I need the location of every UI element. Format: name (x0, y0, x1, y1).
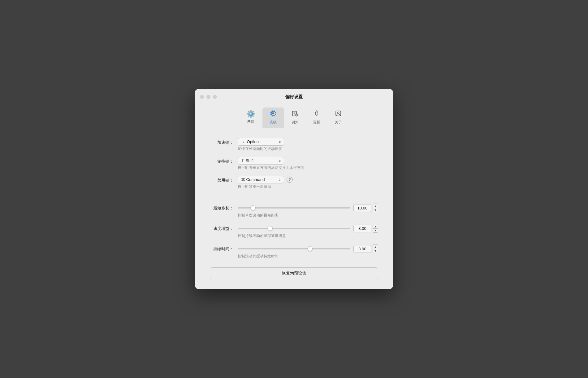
bell-icon (313, 110, 320, 119)
convert-hint: 按下时将垂直方向的滚动变换为水平方向 (238, 165, 378, 170)
min-step-input[interactable] (353, 204, 371, 212)
duration-slider[interactable] (238, 248, 350, 249)
duration-control: ▲ ▼ (238, 244, 378, 253)
accelerator-hint: 加快在长页面时的滚动速度 (238, 147, 378, 151)
speed-boost-row: 速度增益： ▲ ▼ 控制持续滚动的跟踪速度增益 (210, 224, 378, 243)
duration-row: 持续时间： ▲ ▼ 控制滚动的缓动持续时间 (210, 244, 378, 264)
min-step-content: ▲ ▼ 控制单次滚动的最短距离 (238, 204, 378, 223)
window-title: 偏好设置 (285, 94, 303, 100)
convert-select[interactable]: ⇧ Shift ⌥ Option ⌘ Command ⌃ Control 无 (238, 157, 284, 165)
tab-about[interactable]: 关于 (327, 108, 349, 128)
convert-label: 转换键： (210, 157, 238, 164)
duration-label: 持续时间： (210, 244, 238, 252)
accelerator-select-wrap: ⌥ Option ⌘ Command ⇧ Shift ⌃ Control 无 (238, 138, 378, 146)
speed-boost-up-button[interactable]: ▲ (373, 224, 378, 228)
preferences-window: 偏好设置 ⚙️ 基础 高级 (195, 89, 393, 289)
disable-select[interactable]: ⌘ Command ⌥ Option ⇧ Shift ⌃ Control 无 (238, 176, 284, 183)
convert-select-wrap: ⇧ Shift ⌥ Option ⌘ Command ⌃ Control 无 (238, 157, 378, 165)
speed-boost-hint: 控制持续滚动的跟踪速度增益 (238, 234, 378, 238)
tab-exception[interactable]: 例外 (284, 108, 306, 128)
speed-boost-slider[interactable] (238, 228, 350, 229)
svg-point-19 (337, 112, 339, 114)
gear-icon: ⚙️ (247, 110, 255, 118)
duration-stepper-buttons: ▲ ▼ (373, 244, 378, 253)
minimize-button[interactable] (206, 95, 210, 99)
duration-down-button[interactable]: ▼ (373, 249, 378, 253)
disable-hint: 按下时禁用平滑滚动 (238, 184, 378, 189)
disable-row: 禁用键： ⌘ Command ⌥ Option ⇧ Shift ⌃ Contro… (210, 176, 378, 193)
duration-content: ▲ ▼ 控制滚动的缓动持续时间 (238, 244, 378, 264)
duration-up-button[interactable]: ▲ (373, 244, 378, 249)
svg-rect-1 (272, 112, 274, 114)
accelerator-content: ⌥ Option ⌘ Command ⇧ Shift ⌃ Control 无 加… (238, 138, 378, 156)
tab-update[interactable]: 更新 (306, 108, 327, 128)
chip-icon (270, 110, 277, 119)
min-step-stepper: ▲ ▼ (353, 204, 378, 212)
disable-select-wrap: ⌘ Command ⌥ Option ⇧ Shift ⌃ Control 无 ? (238, 176, 378, 183)
speed-boost-down-button[interactable]: ▼ (373, 228, 378, 233)
speed-boost-content: ▲ ▼ 控制持续滚动的跟踪速度增益 (238, 224, 378, 243)
tab-advanced[interactable]: 高级 (262, 108, 284, 128)
min-step-row: 最短步长： ▲ ▼ 控制单次滚动的最短距离 (210, 204, 378, 223)
min-step-down-button[interactable]: ▼ (373, 208, 378, 212)
close-button[interactable] (200, 95, 204, 99)
titlebar: 偏好设置 (195, 89, 393, 105)
divider (210, 196, 378, 196)
min-step-up-button[interactable]: ▲ (373, 204, 378, 208)
accelerator-row: 加速键： ⌥ Option ⌘ Command ⇧ Shift ⌃ Contro… (210, 138, 378, 156)
duration-input[interactable] (353, 245, 371, 253)
toolbar: ⚙️ 基础 高级 (195, 105, 393, 128)
restore-button[interactable]: 恢复为预设值 (210, 267, 378, 279)
min-step-hint: 控制单次滚动的最短距离 (238, 213, 378, 218)
duration-hint: 控制滚动的缓动持续时间 (238, 254, 378, 259)
exception-icon (292, 110, 298, 119)
accelerator-label: 加速键： (210, 138, 238, 145)
speed-boost-control: ▲ ▼ (238, 224, 378, 233)
duration-stepper: ▲ ▼ (353, 244, 378, 253)
accelerator-select[interactable]: ⌥ Option ⌘ Command ⇧ Shift ⌃ Control 无 (238, 138, 284, 146)
maximize-button[interactable] (213, 95, 217, 99)
person-icon (335, 110, 342, 119)
speed-boost-label: 速度增益： (210, 224, 238, 231)
speed-boost-stepper: ▲ ▼ (353, 224, 378, 233)
min-step-control: ▲ ▼ (238, 204, 378, 212)
disable-label: 禁用键： (210, 176, 238, 183)
speed-boost-input[interactable] (353, 225, 371, 232)
convert-content: ⇧ Shift ⌥ Option ⌘ Command ⌃ Control 无 按… (238, 157, 378, 174)
tab-basic[interactable]: ⚙️ 基础 (239, 108, 262, 128)
min-step-label: 最短步长： (210, 204, 238, 211)
convert-row: 转换键： ⇧ Shift ⌥ Option ⌘ Command ⌃ Contro… (210, 157, 378, 174)
min-step-slider[interactable] (238, 207, 350, 209)
disable-help-button[interactable]: ? (287, 177, 293, 183)
speed-boost-stepper-buttons: ▲ ▼ (373, 224, 378, 233)
content-area: 加速键： ⌥ Option ⌘ Command ⇧ Shift ⌃ Contro… (195, 128, 393, 289)
disable-content: ⌘ Command ⌥ Option ⇧ Shift ⌃ Control 无 ?… (238, 176, 378, 193)
traffic-lights (200, 95, 217, 99)
min-step-stepper-buttons: ▲ ▼ (373, 204, 378, 212)
